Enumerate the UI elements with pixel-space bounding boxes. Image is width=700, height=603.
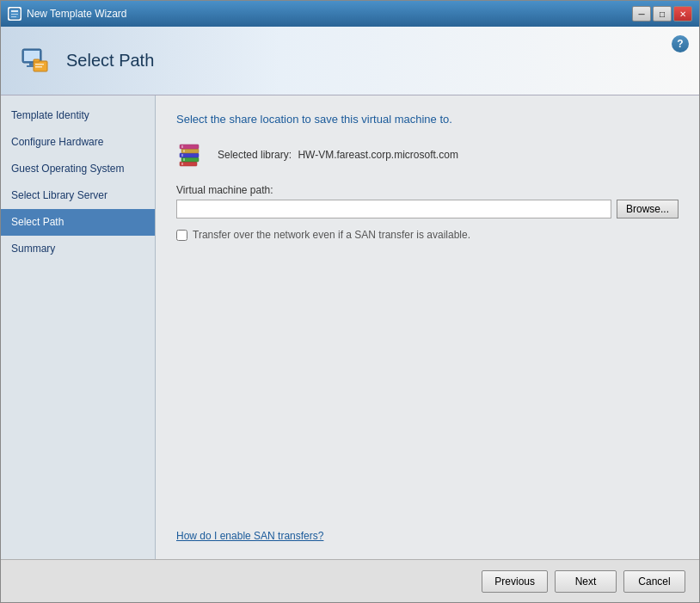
path-row: Browse... [176, 200, 679, 218]
san-transfer-checkbox[interactable] [176, 230, 187, 241]
vm-path-label: Virtual machine path: [176, 184, 679, 196]
svg-rect-19 [181, 154, 183, 157]
svg-rect-10 [35, 64, 44, 65]
san-transfer-label: Transfer over the network even if a SAN … [193, 229, 470, 241]
right-panel: Select the share location to save this v… [156, 95, 699, 559]
svg-rect-21 [181, 163, 183, 165]
sidebar-item-configure-hardware[interactable]: Configure Hardware [1, 129, 155, 156]
san-transfer-checkbox-row: Transfer over the network even if a SAN … [176, 229, 679, 241]
previous-button[interactable]: Previous [482, 570, 548, 593]
san-help-link[interactable]: How do I enable SAN transfers? [176, 530, 323, 542]
vm-path-input[interactable] [176, 200, 611, 218]
svg-rect-3 [11, 16, 16, 17]
maximize-button[interactable]: □ [653, 6, 672, 22]
section-description: Select the share location to save this v… [176, 113, 679, 126]
main-content: Template Identity Configure Hardware Gue… [1, 95, 699, 559]
sidebar-item-select-path[interactable]: Select Path [1, 209, 155, 236]
sidebar-item-template-identity[interactable]: Template Identity [1, 102, 155, 129]
svg-rect-9 [34, 59, 40, 62]
minimize-button[interactable]: ─ [632, 6, 651, 22]
svg-rect-20 [183, 158, 185, 161]
wizard-window: New Template Wizard ─ □ ✕ Select Path ? [0, 0, 700, 603]
sidebar-item-select-library-server[interactable]: Select Library Server [1, 182, 155, 209]
svg-rect-17 [181, 145, 183, 148]
svg-rect-11 [35, 66, 42, 68]
library-icon [176, 139, 207, 170]
help-link-container: How do I enable SAN transfers? [176, 530, 679, 542]
window-controls: ─ □ ✕ [632, 6, 692, 22]
wizard-header: Select Path ? [1, 27, 699, 95]
close-button[interactable]: ✕ [673, 6, 692, 22]
sidebar-item-guest-os[interactable]: Guest Operating System [1, 156, 155, 182]
header-icon [18, 44, 52, 78]
selected-library-label: Selected library: [218, 149, 292, 161]
page-title: Select Path [66, 51, 154, 71]
svg-rect-2 [11, 14, 18, 15]
app-icon [8, 7, 21, 21]
library-info-row: Selected library: HW-VM.fareast.corp.mic… [176, 139, 679, 170]
svg-rect-1 [11, 10, 18, 12]
next-button[interactable]: Next [555, 570, 617, 593]
sidebar-item-summary[interactable]: Summary [1, 236, 155, 262]
browse-button[interactable]: Browse... [617, 200, 679, 218]
help-button[interactable]: ? [672, 35, 689, 52]
svg-rect-18 [183, 150, 185, 152]
footer: Previous Next Cancel [1, 559, 699, 602]
title-bar: New Template Wizard ─ □ ✕ [1, 1, 699, 27]
selected-library-value: HW-VM.fareast.corp.microsoft.com [298, 149, 457, 161]
library-label-text: Selected library: HW-VM.fareast.corp.mic… [218, 149, 458, 161]
sidebar: Template Identity Configure Hardware Gue… [1, 95, 156, 559]
window-title: New Template Wizard [27, 8, 627, 20]
cancel-button[interactable]: Cancel [623, 570, 685, 593]
